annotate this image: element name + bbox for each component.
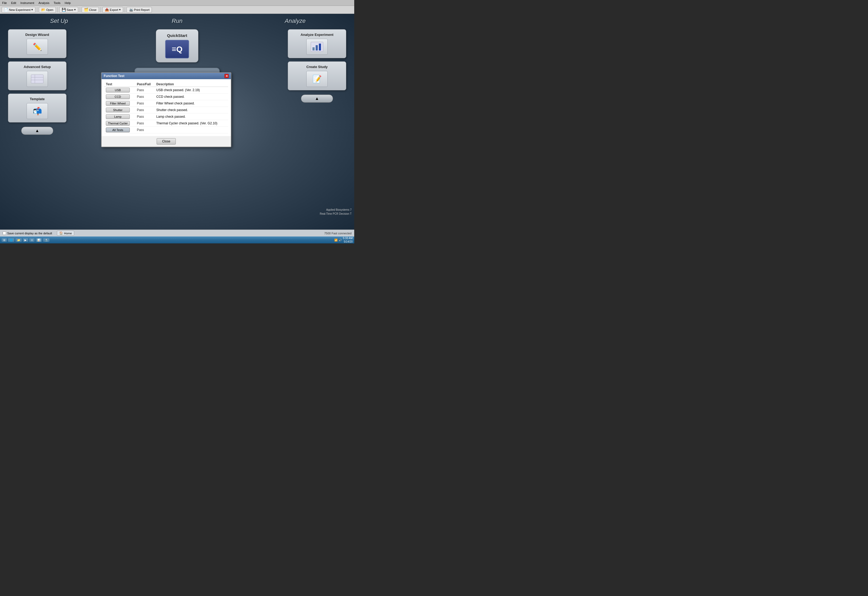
test-button-all-tests[interactable]: All Tests: [106, 128, 130, 132]
section-headers: Set Up Run Analyze: [0, 14, 354, 27]
dialog-close-btn[interactable]: Close: [157, 138, 176, 145]
result-cell: Pass: [135, 107, 155, 114]
menu-file[interactable]: File: [2, 1, 7, 4]
connection-status: 7500 Fast connected: [324, 232, 352, 235]
description-cell: Filter Wheel check passed.: [155, 100, 228, 107]
result-cell: Pass: [135, 87, 155, 93]
menu-instrument[interactable]: Instrument: [21, 1, 34, 4]
test-cell: Shutter: [104, 107, 135, 114]
new-experiment-button[interactable]: 📄 New Experiment ▾: [1, 7, 35, 13]
menu-edit[interactable]: Edit: [11, 1, 16, 4]
test-button-ccd[interactable]: CCD: [106, 94, 130, 99]
clock-time: 5:33 AM: [343, 236, 353, 240]
table-row: ShutterPassShutter check passed.: [104, 107, 228, 114]
toolbar-sep-1: [37, 7, 37, 12]
table-row: All TestsPass: [104, 127, 228, 133]
export-label: Export: [110, 8, 118, 12]
bottom-bar: Save current display as the default 🏠 Ho…: [0, 230, 354, 236]
save-dropdown-icon: ▾: [74, 8, 76, 12]
table-row: Filter WheelPassFilter Wheel check passe…: [104, 100, 228, 107]
home-icon: 🏠: [59, 232, 63, 235]
dialog-title: Function Test: [104, 74, 124, 78]
table-row: CCDPassCCD check passed.: [104, 93, 228, 100]
analyze-experiment-title: Analyze Experiment: [291, 33, 343, 37]
description-cell: Lamp check passed.: [155, 114, 228, 120]
export-button[interactable]: 📤 Export ▾: [102, 7, 123, 13]
result-cell: Pass: [135, 93, 155, 100]
col-header-description: Description: [155, 82, 228, 87]
menu-analysis[interactable]: Analysis: [38, 1, 49, 4]
taskbar-chrome[interactable]: ⊙: [29, 238, 35, 242]
test-button-usb[interactable]: USB: [106, 88, 130, 93]
menu-help[interactable]: Help: [65, 1, 71, 4]
export-icon: 📤: [105, 8, 109, 12]
status-line2: Real-Time PCR Decision T: [320, 212, 352, 216]
left-scroll-button[interactable]: ▲: [21, 127, 53, 135]
analyze-experiment-card[interactable]: Analyze Experiment: [288, 29, 346, 58]
new-experiment-dropdown-icon: ▾: [31, 8, 33, 12]
template-card[interactable]: Template 📬: [8, 93, 67, 122]
taskbar-app1[interactable]: 📊: [35, 238, 42, 242]
save-button[interactable]: 💾 Save ▾: [59, 7, 78, 13]
dialog-close-button[interactable]: ✕: [225, 74, 229, 78]
right-scroll-icon: ▲: [315, 96, 319, 101]
function-test-dialog: Function Test ✕ Test Pass/Fail Descripti…: [101, 72, 231, 147]
taskbar-clock: 5:33 AM 5/14/20: [343, 236, 353, 243]
status-bar: Applied Biosystems 7 Real-Time PCR Decis…: [320, 208, 352, 216]
create-study-card[interactable]: Create Study 📝: [288, 61, 346, 90]
function-test-table: Test Pass/Fail Description USBPassUSB ch…: [104, 82, 228, 133]
taskbar-ie[interactable]: 🌐: [8, 238, 14, 242]
table-row: USBPassUSB check passed. (Ver. 2.19): [104, 87, 228, 93]
table-row: Thermal CyclerPassThermal Cycler check p…: [104, 120, 228, 127]
print-report-label: Print Report: [134, 8, 150, 12]
result-cell: Pass: [135, 114, 155, 120]
toolbar-sep-4: [101, 7, 101, 12]
menu-tools[interactable]: Tools: [54, 1, 61, 4]
run-section-title: Run: [148, 18, 206, 24]
save-default-checkbox[interactable]: [3, 232, 6, 235]
dialog-titlebar: Function Test ✕: [102, 73, 231, 79]
menu-bar: File Edit Instrument Analysis Tools Help: [0, 0, 354, 6]
taskbar-folder[interactable]: 📁: [15, 238, 22, 242]
test-button-filter-wheel[interactable]: Filter Wheel: [106, 101, 130, 106]
template-title: Template: [12, 97, 63, 101]
save-icon: 💾: [62, 8, 66, 12]
advanced-setup-card[interactable]: Advanced Setup: [8, 61, 67, 90]
test-cell: USB: [104, 87, 135, 93]
close-file-icon: 🗂️: [84, 8, 88, 12]
open-button[interactable]: 📂 Open: [39, 7, 56, 13]
col-header-test: Test: [104, 82, 135, 87]
table-row: LampPassLamp check passed.: [104, 114, 228, 120]
taskbar-media[interactable]: ▶: [23, 238, 28, 242]
svg-rect-10: [312, 47, 315, 50]
design-wizard-card[interactable]: Design Wizard ✏️: [8, 29, 67, 58]
test-button-shutter[interactable]: Shutter: [106, 108, 130, 112]
export-dropdown-icon: ▾: [119, 8, 121, 12]
right-scroll-button[interactable]: ▲: [301, 94, 333, 103]
save-default-label: Save current display as the default: [7, 232, 52, 235]
svg-rect-0: [31, 75, 43, 83]
network-icon: 📶: [334, 239, 337, 242]
main-content: Set Up Run Analyze Design Wizard ✏️ Adva…: [0, 14, 354, 230]
result-cell: Pass: [135, 120, 155, 127]
description-cell: Thermal Cycler check passed. (Ver. G2.10…: [155, 120, 228, 127]
description-cell: [155, 127, 228, 133]
new-experiment-label: New Experiment: [9, 8, 31, 12]
taskbar-system-icons: 📶 🔊 5:33 AM 5/14/20: [334, 236, 353, 243]
home-button[interactable]: 🏠 Home: [57, 231, 74, 236]
close-button[interactable]: 🗂️ Close: [81, 7, 99, 13]
home-label: Home: [64, 232, 72, 235]
print-report-button[interactable]: 🖨️ Print Report: [127, 7, 152, 13]
test-button-lamp[interactable]: Lamp: [106, 114, 130, 119]
taskbar-app2[interactable]: 🔬: [43, 238, 49, 242]
quickstart-icon: ≡Q: [165, 40, 189, 59]
clock-date: 5/14/20: [343, 240, 353, 243]
svg-rect-11: [316, 45, 318, 50]
taskbar-start[interactable]: ⊞: [1, 238, 7, 242]
quickstart-card[interactable]: QuickStart ≡Q: [156, 29, 198, 62]
test-button-thermal-cycler[interactable]: Thermal Cycler: [106, 121, 130, 126]
windows-icon: ⊞: [3, 239, 5, 242]
advanced-setup-icon: [27, 71, 48, 87]
design-wizard-icon: ✏️: [27, 39, 48, 55]
svg-rect-12: [319, 44, 321, 50]
